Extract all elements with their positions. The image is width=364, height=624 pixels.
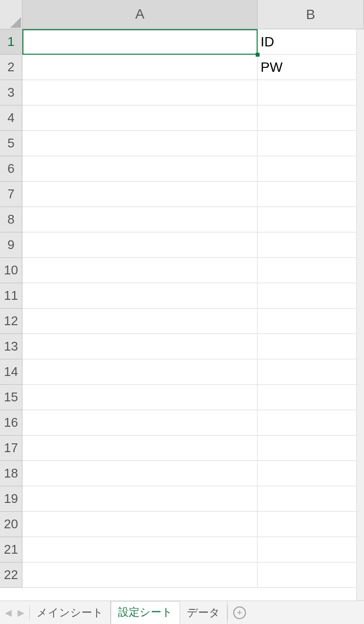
row-header-4[interactable]: 4 (0, 105, 22, 131)
sheet-tab-2[interactable]: データ (180, 601, 227, 624)
add-sheet-button[interactable]: + (228, 601, 251, 624)
cell-A8[interactable] (22, 207, 258, 232)
cell-A11[interactable] (22, 283, 258, 309)
cell-A3[interactable] (22, 80, 258, 105)
row-header-1[interactable]: 1 (0, 29, 22, 55)
cell-A4[interactable] (22, 105, 258, 131)
cell-A18[interactable] (22, 461, 258, 486)
cell-A15[interactable] (22, 385, 258, 410)
cell-A17[interactable] (22, 436, 258, 461)
cell-A14[interactable] (22, 359, 258, 385)
row-header-16[interactable]: 16 (0, 410, 22, 436)
cell-B1[interactable]: ID (258, 29, 364, 55)
row: 13 (0, 334, 364, 359)
cell-B18[interactable] (258, 461, 364, 486)
cell-B7[interactable] (258, 182, 364, 207)
row-header-6[interactable]: 6 (0, 156, 22, 182)
select-all-triangle-icon (10, 17, 21, 28)
row: 14 (0, 359, 364, 385)
row-header-15[interactable]: 15 (0, 385, 22, 410)
row: 1ID (0, 29, 364, 55)
row: 20 (0, 512, 364, 537)
row: 11 (0, 283, 364, 309)
column-header-B[interactable]: B (258, 0, 364, 29)
sheet-tab-1[interactable]: 設定シート (111, 601, 180, 624)
vertical-scrollbar[interactable] (356, 29, 364, 601)
row: 9 (0, 232, 364, 258)
row-header-5[interactable]: 5 (0, 131, 22, 156)
cell-B6[interactable] (258, 156, 364, 182)
row-header-2[interactable]: 2 (0, 55, 22, 80)
row: 16 (0, 410, 364, 436)
cell-A16[interactable] (22, 410, 258, 436)
row: 12 (0, 309, 364, 334)
column-header-A[interactable]: A (22, 0, 258, 29)
cell-B22[interactable] (258, 562, 364, 588)
cell-A12[interactable] (22, 309, 258, 334)
cell-A2[interactable] (22, 55, 258, 80)
row-header-10[interactable]: 10 (0, 258, 22, 283)
cell-B17[interactable] (258, 436, 364, 461)
fill-handle[interactable] (256, 53, 260, 57)
cell-A9[interactable] (22, 232, 258, 258)
row-header-22[interactable]: 22 (0, 562, 22, 588)
row-header-20[interactable]: 20 (0, 512, 22, 537)
cell-B13[interactable] (258, 334, 364, 359)
row: 17 (0, 436, 364, 461)
cell-B8[interactable] (258, 207, 364, 232)
cell-A19[interactable] (22, 486, 258, 512)
cell-B15[interactable] (258, 385, 364, 410)
cell-B21[interactable] (258, 537, 364, 562)
row-header-13[interactable]: 13 (0, 334, 22, 359)
cell-B9[interactable] (258, 232, 364, 258)
row-header-17[interactable]: 17 (0, 436, 22, 461)
tab-nav-prev-icon[interactable]: ◀ (5, 607, 12, 618)
cell-A5[interactable] (22, 131, 258, 156)
cell-B16[interactable] (258, 410, 364, 436)
row: 2PW (0, 55, 364, 80)
cell-B2[interactable]: PW (258, 55, 364, 80)
row-header-12[interactable]: 12 (0, 309, 22, 334)
row: 15 (0, 385, 364, 410)
row-header-8[interactable]: 8 (0, 207, 22, 232)
tab-nav-next-icon[interactable]: ▶ (18, 607, 24, 618)
row: 7 (0, 182, 364, 207)
row: 22 (0, 562, 364, 588)
row-header-7[interactable]: 7 (0, 182, 22, 207)
row-header-21[interactable]: 21 (0, 537, 22, 562)
cell-B12[interactable] (258, 309, 364, 334)
row-header-18[interactable]: 18 (0, 461, 22, 486)
cell-B11[interactable] (258, 283, 364, 309)
row: 6 (0, 156, 364, 182)
row-header-3[interactable]: 3 (0, 80, 22, 105)
cell-A13[interactable] (22, 334, 258, 359)
cell-A10[interactable] (22, 258, 258, 283)
sheet-tab-bar: ◀ ▶ メインシート 設定シート データ + (0, 601, 364, 624)
cell-B19[interactable] (258, 486, 364, 512)
row-header-14[interactable]: 14 (0, 359, 22, 385)
tab-nav-buttons: ◀ ▶ (0, 601, 29, 624)
cell-A6[interactable] (22, 156, 258, 182)
select-all-corner[interactable] (0, 0, 22, 29)
cell-A20[interactable] (22, 512, 258, 537)
row-header-19[interactable]: 19 (0, 486, 22, 512)
row: 21 (0, 537, 364, 562)
row: 19 (0, 486, 364, 512)
cell-B20[interactable] (258, 512, 364, 537)
column-header-row: A B (0, 0, 364, 29)
cell-B3[interactable] (258, 80, 364, 105)
cell-A1[interactable] (22, 29, 258, 55)
sheet-tab-0[interactable]: メインシート (30, 601, 111, 624)
cell-B5[interactable] (258, 131, 364, 156)
cell-A7[interactable] (22, 182, 258, 207)
cell-B14[interactable] (258, 359, 364, 385)
row-header-9[interactable]: 9 (0, 232, 22, 258)
svg-marker-0 (10, 17, 21, 28)
cell-B10[interactable] (258, 258, 364, 283)
cell-A21[interactable] (22, 537, 258, 562)
cell-B4[interactable] (258, 105, 364, 131)
row: 10 (0, 258, 364, 283)
cell-A22[interactable] (22, 562, 258, 588)
spreadsheet-grid: A B 1ID2PW345678910111213141516171819202… (0, 0, 364, 601)
row-header-11[interactable]: 11 (0, 283, 22, 309)
